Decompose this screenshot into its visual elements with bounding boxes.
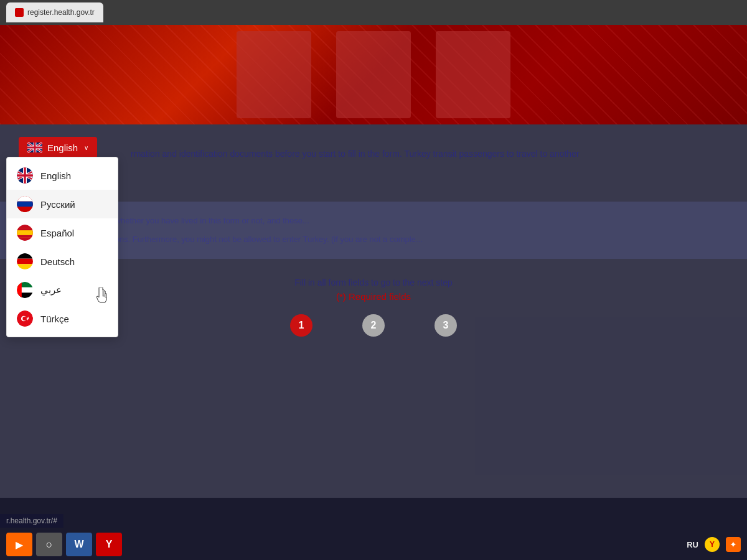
flag-uk-circle <box>17 167 33 184</box>
language-option-ru-label: Русский <box>40 199 75 210</box>
taskbar-yandex-button[interactable]: Y <box>96 533 122 556</box>
language-option-tr-label: Türkçe <box>40 314 69 324</box>
banner-figure-2 <box>336 31 411 118</box>
play-icon: ▶ <box>16 539 23 551</box>
taskbar: ▶ ○ W Y RU Y ✦ <box>0 529 747 560</box>
language-option-tr[interactable]: Türkçe <box>7 304 118 333</box>
url-status-bar: r.health.gov.tr/# <box>0 514 63 528</box>
language-option-ar-label: عربي <box>40 284 62 296</box>
body-text-2: can be administered sanctions. Furthermo… <box>19 233 728 246</box>
step-2[interactable]: 2 <box>362 314 385 337</box>
step-3[interactable]: 3 <box>435 314 457 337</box>
flag-es-circle <box>17 225 33 241</box>
page-area: English ∨ English <box>0 25 747 560</box>
language-option-ru[interactable]: Русский <box>7 190 118 218</box>
language-option-es[interactable]: Español <box>7 218 118 247</box>
browser-tab[interactable]: register.health.gov.tr <box>6 2 103 22</box>
taskbar-yandex-icon: Y <box>705 537 720 552</box>
yandex-icon: Y <box>106 539 113 550</box>
chevron-down-icon: ∨ <box>84 144 88 151</box>
main-text-area: lea eed rmation and identification docum… <box>19 158 728 183</box>
taskbar-word-button[interactable]: W <box>66 533 92 556</box>
step-instruction: Fill in all form fields to go to the nex… <box>19 278 728 287</box>
circle-icon: ○ <box>46 538 53 551</box>
banner-overlay <box>0 25 747 124</box>
taskbar-circle-button[interactable]: ○ <box>36 533 62 556</box>
extra-icon-symbol: ✦ <box>730 539 737 549</box>
tab-favicon <box>15 8 24 17</box>
flag-de-circle <box>17 253 33 269</box>
svg-rect-5 <box>17 196 33 202</box>
browser-chrome: register.health.gov.tr <box>0 0 747 25</box>
language-option-de-label: Deutsch <box>40 256 75 267</box>
svg-rect-14 <box>17 253 33 259</box>
language-option-es-label: Español <box>40 228 74 238</box>
url-status-text: r.health.gov.tr/# <box>6 516 57 525</box>
word-icon: W <box>74 539 83 550</box>
language-dropdown: English Русский <box>6 157 118 337</box>
flag-ru-circle <box>17 196 33 212</box>
taskbar-extra-icon: ✦ <box>726 537 741 552</box>
steps-row: 1 2 3 <box>19 314 728 337</box>
svg-rect-12 <box>17 235 33 238</box>
content-area: English ∨ English <box>0 124 747 498</box>
svg-rect-6 <box>17 202 33 207</box>
notice-text: rmation and identification documents bef… <box>131 147 691 161</box>
svg-rect-21 <box>17 282 22 298</box>
svg-rect-11 <box>17 228 33 230</box>
language-option-en[interactable]: English <box>7 161 118 190</box>
uk-flag-icon <box>27 142 42 153</box>
svg-rect-15 <box>17 259 33 264</box>
banner-image <box>0 25 747 124</box>
tab-label: register.health.gov.tr <box>27 8 95 17</box>
language-selector-button[interactable]: English ∨ <box>19 137 97 158</box>
language-option-en-label: English <box>40 170 71 181</box>
body-text-1: ...ondition to also question whether you… <box>19 214 728 228</box>
required-label: (*) Required fields <box>19 291 728 302</box>
yandex-y-icon: Y <box>710 540 715 549</box>
flag-ae-circle <box>17 282 33 298</box>
taskbar-ru-label: RU <box>687 540 698 549</box>
svg-rect-16 <box>17 264 33 269</box>
current-language-label: English <box>47 142 78 153</box>
svg-point-25 <box>22 317 27 321</box>
language-option-ar[interactable]: عربي <box>7 276 118 304</box>
step-1[interactable]: 1 <box>290 314 312 337</box>
svg-rect-7 <box>17 207 33 212</box>
taskbar-play-button[interactable]: ▶ <box>6 533 32 556</box>
banner-figure-3 <box>436 31 510 118</box>
taskbar-right: RU Y ✦ <box>687 537 741 552</box>
flag-tr-circle <box>17 310 33 327</box>
language-option-de[interactable]: Deutsch <box>7 247 118 276</box>
banner-figure-1 <box>237 31 311 118</box>
